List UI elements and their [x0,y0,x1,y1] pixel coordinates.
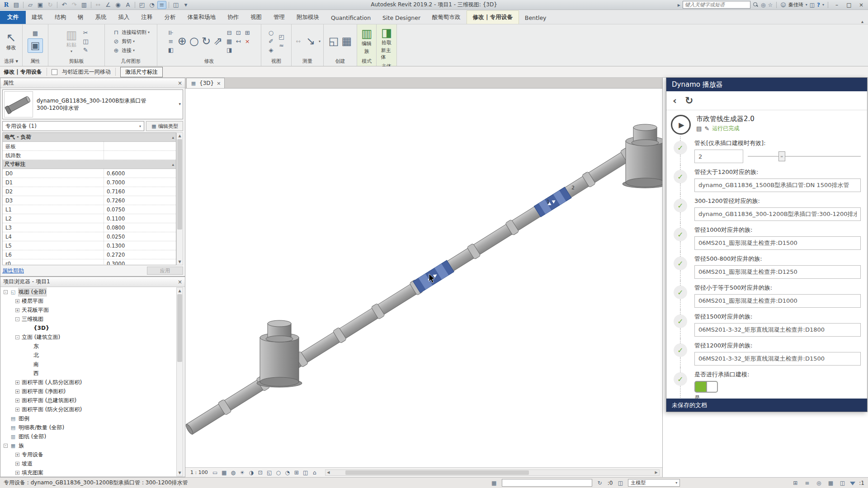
worksets-icon[interactable]: ▦ [490,480,498,486]
view-scale-button[interactable]: 1 : 100 [188,469,210,476]
dynamo-player-titlebar[interactable]: Dynamo 播放器 [666,78,867,91]
reveal-hidden-icon[interactable]: ◔ [283,469,292,476]
tab-site-designer[interactable]: Site Designer [377,12,426,24]
drag-on-selection-icon[interactable]: ◫ [838,480,846,486]
section-collapse-icon[interactable]: ▴ [172,162,174,167]
split-icon[interactable]: ⊟ [225,29,233,37]
panel-geometry-caption[interactable]: 几何图形 [105,58,157,66]
save-icon[interactable]: ▣ [36,1,45,9]
run-script-button[interactable]: ▶ [671,115,691,135]
tree-item-south[interactable]: 南 [1,360,176,369]
view-tab-close-icon[interactable]: × [217,80,221,86]
tab-analyze[interactable]: 分析 [159,11,182,24]
visual-style-icon[interactable]: ▦ [220,469,228,476]
align-icon[interactable]: ⊪ [167,29,175,37]
param-row[interactable]: r00.3000 [3,259,176,265]
param-row[interactable]: 线路数 [3,151,176,160]
info-center-icon[interactable]: ◎ [761,2,765,8]
tab-manage[interactable]: 管理 [268,11,291,24]
exclude-options-icon[interactable]: ⊞ [791,480,799,486]
aligned-dimension-icon[interactable]: ∠ [104,1,113,9]
project-browser-header[interactable]: 项目浏览器 - 项目1 × [0,277,185,287]
scroll-left-icon[interactable]: ◀ [326,470,331,474]
properties-help-link[interactable]: 属性帮助 [2,267,24,275]
panel-mode-caption[interactable]: 模式 [357,58,376,66]
tab-suanputao[interactable]: 酸葡萄市政 [426,11,467,24]
type-selector[interactable]: dynamo_GB11836_300-1200B型承插口管 300-1200排水… [2,89,183,119]
tab-bentley[interactable]: Bentley [519,12,552,24]
tab-annotate[interactable]: 注释 [136,11,159,24]
slider-handle[interactable]: ≡ [778,151,785,161]
well-1200-input[interactable] [694,352,861,366]
paste-button[interactable]: ▥ 粘贴 ▾ [63,28,80,54]
tab-massing-site[interactable]: 体量和场地 [182,11,222,24]
app-store-icon[interactable]: ◫ [810,2,815,8]
cut-geometry-button[interactable]: ⊘ 剪切 ▾ [112,38,150,45]
section-icon[interactable]: ◔ [147,1,156,9]
copy-icon[interactable]: ◫ [81,38,90,45]
category-filter-combo[interactable]: 专用设备 (1) ▾ [2,121,144,131]
param-row[interactable]: L60.2720 [3,250,176,259]
rotate-icon[interactable]: ↻ [202,35,211,47]
project-browser-close-icon[interactable]: × [178,279,182,285]
horizontal-scrollbar[interactable]: ◀ ▶ [325,469,660,476]
tree-item-ramps[interactable]: +坡道 [1,459,176,468]
override-icon[interactable]: ≈ [278,42,286,49]
param-row[interactable]: 嵌板 [3,142,176,151]
editing-requests-icon[interactable]: ↻ [596,480,604,486]
section-dimensions[interactable]: 尺寸标注▴ [3,160,176,169]
tab-file[interactable]: 文件 [0,11,26,24]
temporary-view-properties-icon[interactable]: ⊞ [292,469,301,476]
tree-item-sheets[interactable]: ▥图纸 (全部) [1,432,176,441]
mirror-axis-icon[interactable]: ◨ [225,46,233,54]
modify-tool-button[interactable]: ↖ 修改 [4,31,19,52]
pipe-length-slider[interactable]: ≡ [748,156,861,157]
minimize-button[interactable]: – [832,1,842,9]
tree-item-specialty-equipment[interactable]: +专用设备 [1,450,176,459]
refresh-icon[interactable]: ↻ [685,95,693,106]
menu-icon[interactable]: ▤ [12,1,21,9]
mirror-icon[interactable]: ◧ [167,46,175,54]
tree-item-views[interactable]: -◱视图 (全部) [1,287,176,296]
linework-icon[interactable]: ✐ [267,38,275,45]
tab-structure[interactable]: 结构 [49,11,72,24]
scroll-right-icon[interactable]: ▶ [653,470,659,474]
panel-measure-caption[interactable]: 测量 [292,58,323,66]
render-icon[interactable]: ◍ [229,469,237,476]
pick-new-host-button[interactable]: ◨ 拾取 新主体 [378,26,395,61]
match-type-icon[interactable]: ▦ [31,29,39,37]
param-row[interactable]: D00.6000 [3,169,176,178]
section-collapse-icon[interactable]: ▴ [172,135,174,140]
scrollbar-thumb[interactable] [345,470,529,475]
measure-icon[interactable]: ↔ [94,1,103,9]
cut-icon[interactable]: ✂ [81,29,90,37]
family-gt1200-input[interactable] [694,178,861,192]
apply-button[interactable]: 应用 [147,267,183,275]
measure-between-icon[interactable]: ↘ [306,35,315,47]
panel-view-caption[interactable]: 视图 [261,58,291,66]
param-row[interactable]: L40.0250 [3,232,176,241]
param-row[interactable]: L30.0800 [3,223,176,232]
param-row[interactable]: D20.7160 [3,187,176,196]
match-properties-icon[interactable]: ✎ [81,46,90,54]
tree-item-families[interactable]: -▦族 [1,441,176,450]
join-geometry-button[interactable]: ⊕ 连接 ▾ [112,47,150,54]
delete-icon[interactable]: × [243,38,251,45]
tree-item-3d-views[interactable]: -三维视图 [1,314,176,324]
pipe-length-input[interactable] [694,150,743,163]
tab-steel[interactable]: 钢 [72,11,90,24]
tree-item-area-plan-fire[interactable]: +面积平面 (防火分区面积) [1,405,176,414]
tree-item-area-plan-net[interactable]: +面积平面 (净面积) [1,387,176,396]
create-similar-icon[interactable]: ▦ [342,35,352,47]
measure-line-icon[interactable]: ↔ [294,38,302,45]
reveal-constraints-icon[interactable]: ⌂ [311,469,319,476]
tree-item-ceiling-plans[interactable]: +天花板平面 [1,305,176,314]
activate-dimensions-button[interactable]: 激活尺寸标注 [120,67,163,77]
favorites-star-icon[interactable]: ☆ [768,2,773,8]
edit-family-button[interactable]: ▥ 编辑 族 [359,27,375,56]
tag-icon[interactable]: ◉ [113,1,123,9]
offset-icon[interactable]: ≡ [167,38,175,45]
edit-linked-icon[interactable]: ≡ [803,480,811,486]
properties-toggle-button[interactable]: ▣ [28,38,43,53]
user-name[interactable]: 秦佳琦 [788,1,803,8]
